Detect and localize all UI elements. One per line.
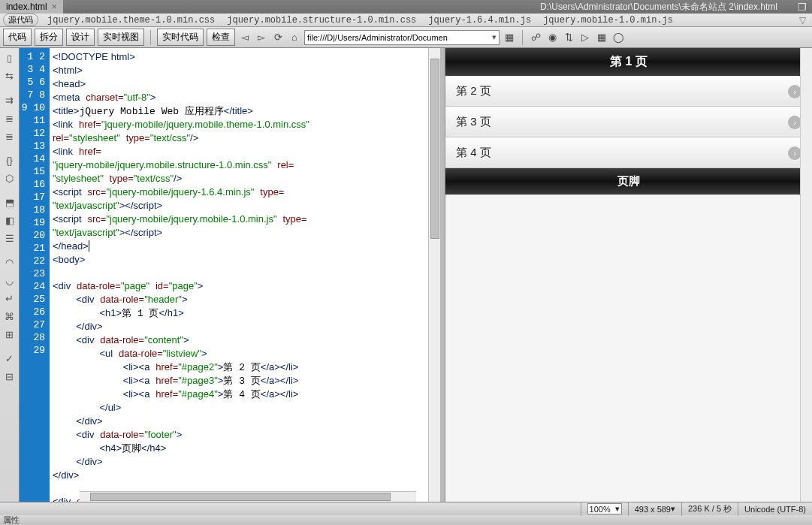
- url-field[interactable]: file:///D|/Users/Administrator/Documen ▾: [304, 30, 500, 45]
- uncomment-icon[interactable]: ◡: [3, 273, 17, 287]
- options-icon[interactable]: ◧: [3, 213, 17, 227]
- brackets-icon[interactable]: {}: [3, 153, 17, 167]
- home-icon[interactable]: ⌂: [288, 31, 301, 44]
- line-gutter: 1 2 3 4 5 6 7 8 9 10 11 12 13 14 15 16 1…: [20, 48, 50, 502]
- live-code-button[interactable]: 实时代码: [157, 29, 204, 46]
- tag-icon[interactable]: ⬡: [3, 171, 17, 185]
- globe-icon[interactable]: ◉: [545, 31, 559, 44]
- left-toolbar: ▯ ⇆ ⇉ ≣ ≣ {} ⬡ ⬒ ◧ ☰ ◠ ◡ ↵ ⌘ ⊞ ✓ ⊟: [0, 48, 20, 502]
- listview-item[interactable]: 第 3 页 ›: [445, 107, 812, 137]
- validate-icon[interactable]: ✓: [3, 352, 17, 365]
- split-view-button[interactable]: 拆分: [35, 29, 63, 46]
- flow-icon[interactable]: ⇉: [3, 93, 17, 107]
- refresh-icon[interactable]: ⟳: [271, 31, 285, 44]
- tab-file[interactable]: index.html ×: [0, 0, 63, 14]
- inspect-button[interactable]: 检查: [207, 29, 235, 46]
- design-view-button[interactable]: 设计: [66, 29, 95, 46]
- status-load: 236 K / 5 秒: [681, 502, 738, 516]
- preview-scrollbar[interactable]: [800, 48, 812, 502]
- outdent-icon[interactable]: ≣: [3, 129, 17, 143]
- separator: [522, 30, 523, 45]
- list-icon[interactable]: ☰: [3, 231, 17, 245]
- separator: [150, 30, 151, 45]
- live-preview-panel: 第 1 页 第 2 页 › 第 3 页 › 第 4 页 › 页脚: [445, 48, 812, 502]
- back-icon[interactable]: ◅: [238, 31, 252, 44]
- listview-item-label: 第 2 页: [456, 84, 491, 98]
- window-restore-icon[interactable]: ❐: [795, 0, 809, 14]
- listview-item[interactable]: 第 4 页 ›: [445, 137, 812, 168]
- preview-header: 第 1 页: [445, 48, 812, 76]
- nav-icon[interactable]: ▦: [503, 31, 516, 44]
- bottom-bar: 属性: [0, 515, 812, 525]
- filter-icon[interactable]: ▽: [799, 15, 806, 26]
- dropdown-icon: ▾: [671, 504, 675, 514]
- status-bar: 100%▾ 493 x 589 ▾ 236 K / 5 秒 Unicode (U…: [0, 502, 812, 515]
- zoom-control[interactable]: 100%▾: [587, 503, 622, 514]
- wrap-icon[interactable]: ↵: [3, 291, 17, 305]
- comment-icon[interactable]: ◠: [3, 255, 17, 269]
- live-view-button[interactable]: 实时视图: [98, 29, 144, 46]
- source-code-button[interactable]: 源代码: [3, 14, 38, 26]
- search-icon[interactable]: ◯: [611, 31, 625, 44]
- indent-icon[interactable]: ≣: [3, 111, 17, 125]
- format-icon[interactable]: ⌘: [3, 309, 17, 323]
- code-editor-panel: 1 2 3 4 5 6 7 8 9 10 11 12 13 14 15 16 1…: [20, 48, 440, 502]
- forward-icon[interactable]: ▻: [255, 31, 268, 44]
- preview-footer: 页脚: [445, 168, 812, 195]
- status-size[interactable]: 493 x 589 ▾: [628, 502, 681, 516]
- related-files-bar: 源代码 jquery.mobile.theme-1.0.min.css jque…: [0, 14, 812, 27]
- tab-filename: index.html: [6, 2, 47, 12]
- code-vertical-scrollbar[interactable]: [428, 48, 440, 502]
- upload-icon[interactable]: ⇅: [562, 31, 575, 44]
- ruler-icon[interactable]: ⊟: [3, 370, 17, 383]
- title-bar: index.html × D:\Users\Administrator\Docu…: [0, 0, 812, 14]
- listview-item-label: 第 3 页: [456, 115, 491, 129]
- related-file[interactable]: jquery.mobile.structure-1.0.min.css: [221, 15, 422, 26]
- code-text[interactable]: <!DOCTYPE html> <html> <head> <meta char…: [50, 48, 428, 502]
- file-path: D:\Users\Administrator\Documents\未命名站点 2…: [540, 1, 795, 14]
- related-file[interactable]: jquery-1.6.4.min.js: [422, 15, 537, 26]
- main-toolbar: 代码 拆分 设计 实时视图 实时代码 检查 ◅ ▻ ⟳ ⌂ file:///D|…: [0, 27, 812, 48]
- url-text: file:///D|/Users/Administrator/Documen: [307, 33, 448, 42]
- view-icon[interactable]: ▷: [578, 31, 592, 44]
- close-tab-icon[interactable]: ×: [52, 2, 57, 12]
- grid-icon[interactable]: ▦: [595, 31, 608, 44]
- expand-icon[interactable]: ⇆: [3, 69, 17, 83]
- pointer-icon[interactable]: ▯: [3, 51, 17, 65]
- related-file[interactable]: jquery.mobile.theme-1.0.min.css: [41, 15, 221, 26]
- listview-item[interactable]: 第 2 页 ›: [445, 76, 812, 107]
- code-view-button[interactable]: 代码: [3, 29, 32, 46]
- code-horizontal-scrollbar[interactable]: [80, 491, 416, 502]
- snippet-icon[interactable]: ⊞: [3, 327, 17, 341]
- properties-label[interactable]: 属性: [3, 514, 20, 525]
- listview-item-label: 第 4 页: [456, 146, 491, 160]
- tool-icon[interactable]: ☍: [529, 31, 542, 44]
- highlight-icon[interactable]: ⬒: [3, 195, 17, 209]
- work-area: ▯ ⇆ ⇉ ≣ ≣ {} ⬡ ⬒ ◧ ☰ ◠ ◡ ↵ ⌘ ⊞ ✓ ⊟ 1 2 3…: [0, 48, 812, 502]
- status-encoding: Unicode (UTF-8): [738, 502, 812, 516]
- dropdown-icon: ▾: [615, 504, 620, 514]
- dropdown-icon[interactable]: ▾: [492, 32, 497, 42]
- preview-empty-area: [445, 195, 812, 502]
- related-file[interactable]: jquery.mobile-1.0.min.js: [537, 15, 679, 26]
